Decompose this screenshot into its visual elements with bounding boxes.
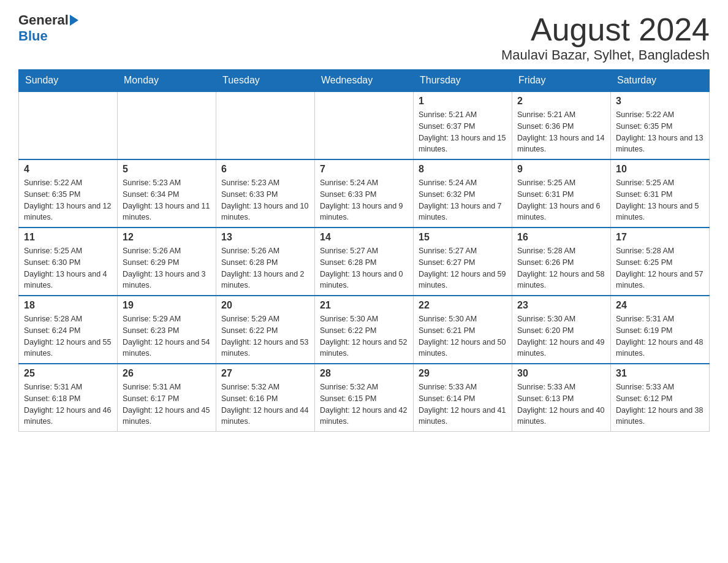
day-info: Sunrise: 5:23 AMSunset: 6:33 PMDaylight:…: [221, 177, 309, 223]
calendar-cell: 31Sunrise: 5:33 AMSunset: 6:12 PMDayligh…: [611, 364, 710, 432]
day-info: Sunrise: 5:27 AMSunset: 6:28 PMDaylight:…: [320, 245, 408, 291]
day-number: 9: [517, 164, 605, 175]
day-info: Sunrise: 5:28 AMSunset: 6:24 PMDaylight:…: [24, 313, 112, 359]
day-number: 5: [123, 164, 211, 175]
day-number: 8: [419, 164, 507, 175]
title-area: August 2024 Maulavi Bazar, Sylhet, Bangl…: [501, 12, 710, 63]
day-number: 14: [320, 232, 408, 243]
calendar-cell: 21Sunrise: 5:30 AMSunset: 6:22 PMDayligh…: [315, 296, 414, 364]
day-info: Sunrise: 5:24 AMSunset: 6:32 PMDaylight:…: [419, 177, 507, 223]
day-number: 20: [221, 300, 309, 311]
calendar-header-row: SundayMondayTuesdayWednesdayThursdayFrid…: [19, 70, 710, 92]
logo-general-text: General: [18, 12, 69, 28]
day-info: Sunrise: 5:30 AMSunset: 6:21 PMDaylight:…: [419, 313, 507, 359]
day-info: Sunrise: 5:32 AMSunset: 6:16 PMDaylight:…: [221, 381, 309, 427]
day-number: 24: [616, 300, 704, 311]
day-info: Sunrise: 5:25 AMSunset: 6:31 PMDaylight:…: [517, 177, 605, 223]
day-info: Sunrise: 5:25 AMSunset: 6:31 PMDaylight:…: [616, 177, 704, 223]
day-number: 2: [517, 96, 605, 107]
day-info: Sunrise: 5:31 AMSunset: 6:17 PMDaylight:…: [123, 381, 211, 427]
day-number: 11: [24, 232, 112, 243]
day-info: Sunrise: 5:33 AMSunset: 6:13 PMDaylight:…: [517, 381, 605, 427]
calendar-cell: 15Sunrise: 5:27 AMSunset: 6:27 PMDayligh…: [414, 228, 512, 296]
day-info: Sunrise: 5:31 AMSunset: 6:19 PMDaylight:…: [616, 313, 704, 359]
location-title: Maulavi Bazar, Sylhet, Bangladesh: [501, 47, 710, 63]
calendar-cell: 5Sunrise: 5:23 AMSunset: 6:34 PMDaylight…: [118, 159, 216, 228]
logo-blue-text: Blue: [18, 28, 78, 44]
day-info: Sunrise: 5:26 AMSunset: 6:29 PMDaylight:…: [123, 245, 211, 291]
day-info: Sunrise: 5:30 AMSunset: 6:20 PMDaylight:…: [517, 313, 605, 359]
calendar-cell: 11Sunrise: 5:25 AMSunset: 6:30 PMDayligh…: [19, 228, 118, 296]
day-info: Sunrise: 5:33 AMSunset: 6:12 PMDaylight:…: [616, 381, 704, 427]
day-number: 25: [24, 368, 112, 379]
day-number: 29: [419, 368, 507, 379]
day-info: Sunrise: 5:29 AMSunset: 6:23 PMDaylight:…: [123, 313, 211, 359]
day-number: 7: [320, 164, 408, 175]
calendar-cell: 8Sunrise: 5:24 AMSunset: 6:32 PMDaylight…: [414, 159, 512, 228]
month-title: August 2024: [501, 12, 710, 47]
day-info: Sunrise: 5:27 AMSunset: 6:27 PMDaylight:…: [419, 245, 507, 291]
day-info: Sunrise: 5:22 AMSunset: 6:35 PMDaylight:…: [24, 177, 112, 223]
calendar-cell: 18Sunrise: 5:28 AMSunset: 6:24 PMDayligh…: [19, 296, 118, 364]
day-info: Sunrise: 5:21 AMSunset: 6:36 PMDaylight:…: [517, 109, 605, 155]
calendar-cell: 17Sunrise: 5:28 AMSunset: 6:25 PMDayligh…: [611, 228, 710, 296]
day-info: Sunrise: 5:25 AMSunset: 6:30 PMDaylight:…: [24, 245, 112, 291]
calendar-cell: [19, 91, 118, 159]
calendar-cell: 7Sunrise: 5:24 AMSunset: 6:33 PMDaylight…: [315, 159, 414, 228]
calendar-cell: 12Sunrise: 5:26 AMSunset: 6:29 PMDayligh…: [118, 228, 216, 296]
calendar-cell: 2Sunrise: 5:21 AMSunset: 6:36 PMDaylight…: [512, 91, 611, 159]
calendar-header-saturday: Saturday: [611, 70, 710, 92]
day-number: 10: [616, 164, 704, 175]
calendar-cell: [315, 91, 414, 159]
day-number: 30: [517, 368, 605, 379]
day-number: 28: [320, 368, 408, 379]
calendar-cell: 14Sunrise: 5:27 AMSunset: 6:28 PMDayligh…: [315, 228, 414, 296]
calendar-cell: 30Sunrise: 5:33 AMSunset: 6:13 PMDayligh…: [512, 364, 611, 432]
calendar-cell: 26Sunrise: 5:31 AMSunset: 6:17 PMDayligh…: [118, 364, 216, 432]
calendar-cell: 1Sunrise: 5:21 AMSunset: 6:37 PMDaylight…: [414, 91, 512, 159]
calendar-week-row: 25Sunrise: 5:31 AMSunset: 6:18 PMDayligh…: [19, 364, 710, 432]
calendar-header-friday: Friday: [512, 70, 611, 92]
calendar-cell: 6Sunrise: 5:23 AMSunset: 6:33 PMDaylight…: [216, 159, 315, 228]
day-info: Sunrise: 5:32 AMSunset: 6:15 PMDaylight:…: [320, 381, 408, 427]
day-info: Sunrise: 5:24 AMSunset: 6:33 PMDaylight:…: [320, 177, 408, 223]
logo-arrow-icon: [70, 15, 78, 26]
day-number: 19: [123, 300, 211, 311]
day-info: Sunrise: 5:29 AMSunset: 6:22 PMDaylight:…: [221, 313, 309, 359]
calendar-header-thursday: Thursday: [414, 70, 512, 92]
day-info: Sunrise: 5:28 AMSunset: 6:26 PMDaylight:…: [517, 245, 605, 291]
day-number: 16: [517, 232, 605, 243]
day-number: 27: [221, 368, 309, 379]
day-number: 21: [320, 300, 408, 311]
day-info: Sunrise: 5:31 AMSunset: 6:18 PMDaylight:…: [24, 381, 112, 427]
day-info: Sunrise: 5:28 AMSunset: 6:25 PMDaylight:…: [616, 245, 704, 291]
calendar-cell: 29Sunrise: 5:33 AMSunset: 6:14 PMDayligh…: [414, 364, 512, 432]
day-info: Sunrise: 5:22 AMSunset: 6:35 PMDaylight:…: [616, 109, 704, 155]
day-number: 15: [419, 232, 507, 243]
day-number: 17: [616, 232, 704, 243]
day-number: 18: [24, 300, 112, 311]
day-number: 23: [517, 300, 605, 311]
day-number: 12: [123, 232, 211, 243]
calendar-cell: 19Sunrise: 5:29 AMSunset: 6:23 PMDayligh…: [118, 296, 216, 364]
calendar-cell: 13Sunrise: 5:26 AMSunset: 6:28 PMDayligh…: [216, 228, 315, 296]
calendar-cell: 4Sunrise: 5:22 AMSunset: 6:35 PMDaylight…: [19, 159, 118, 228]
day-info: Sunrise: 5:30 AMSunset: 6:22 PMDaylight:…: [320, 313, 408, 359]
calendar-header-monday: Monday: [118, 70, 216, 92]
calendar-cell: 22Sunrise: 5:30 AMSunset: 6:21 PMDayligh…: [414, 296, 512, 364]
calendar-cell: 28Sunrise: 5:32 AMSunset: 6:15 PMDayligh…: [315, 364, 414, 432]
day-number: 6: [221, 164, 309, 175]
day-number: 31: [616, 368, 704, 379]
calendar-week-row: 1Sunrise: 5:21 AMSunset: 6:37 PMDaylight…: [19, 91, 710, 159]
day-number: 26: [123, 368, 211, 379]
calendar-header-sunday: Sunday: [19, 70, 118, 92]
calendar-cell: [216, 91, 315, 159]
day-info: Sunrise: 5:26 AMSunset: 6:28 PMDaylight:…: [221, 245, 309, 291]
calendar-cell: 27Sunrise: 5:32 AMSunset: 6:16 PMDayligh…: [216, 364, 315, 432]
calendar-week-row: 4Sunrise: 5:22 AMSunset: 6:35 PMDaylight…: [19, 159, 710, 228]
day-info: Sunrise: 5:23 AMSunset: 6:34 PMDaylight:…: [123, 177, 211, 223]
day-number: 4: [24, 164, 112, 175]
calendar-cell: 16Sunrise: 5:28 AMSunset: 6:26 PMDayligh…: [512, 228, 611, 296]
page-header: General Blue August 2024 Maulavi Bazar, …: [18, 12, 710, 63]
calendar-cell: 23Sunrise: 5:30 AMSunset: 6:20 PMDayligh…: [512, 296, 611, 364]
